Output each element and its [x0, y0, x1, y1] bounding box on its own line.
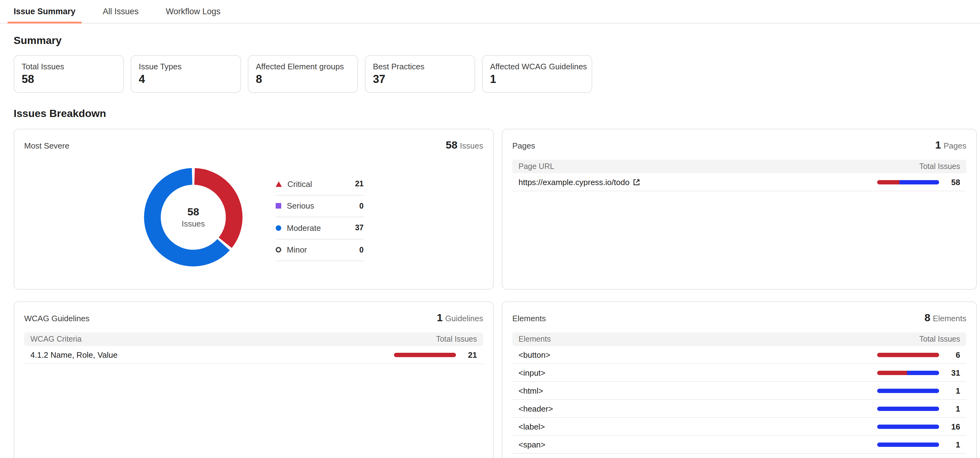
tab-bar: Issue Summary All Issues Workflow Logs — [0, 0, 980, 24]
pages-card: Pages 1Pages Page URL Total Issues https… — [502, 129, 977, 290]
element-row-button[interactable]: <button> 6 — [512, 346, 966, 364]
legend-value: 21 — [355, 180, 364, 189]
page-url[interactable]: https://example.cypress.io/todo — [519, 177, 629, 187]
elements-table-header: Elements Total Issues — [512, 332, 966, 346]
pages-title: Pages — [512, 141, 535, 151]
element-row-html[interactable]: <html> 1 — [512, 382, 966, 400]
page-row[interactable]: https://example.cypress.io/todo — [512, 173, 966, 191]
element-row-input[interactable]: <input> 31 — [512, 364, 966, 382]
elements-table: Elements Total Issues <button> 6 <input>… — [512, 332, 966, 454]
most-severe-count-unit: Issues — [460, 141, 483, 151]
legend-row-minor: Minor 0 — [276, 239, 364, 261]
summary-heading: Summary — [14, 24, 977, 47]
wcag-title: WCAG Guidelines — [24, 314, 89, 323]
severity-legend: Critical 21 Serious 0 Moderate 37 — [276, 173, 364, 261]
stat-value: 1 — [490, 73, 584, 86]
element-row-label[interactable]: <label> 16 — [512, 418, 966, 436]
column-header-total-issues: Total Issues — [436, 335, 477, 344]
wcag-guidelines-card: WCAG Guidelines 1Guidelines WCAG Criteri… — [14, 301, 494, 458]
legend-value: 0 — [359, 246, 364, 254]
issues-breakdown-heading: Issues Breakdown — [14, 93, 977, 120]
issues-ratio-bar — [877, 388, 939, 393]
element-tag: <button> — [519, 350, 550, 359]
stat-value: 37 — [373, 73, 467, 86]
stat-card-best-practices: Best Practices 37 — [365, 55, 475, 93]
donut-center-value: 58 — [188, 206, 199, 219]
legend-label: Serious — [287, 201, 314, 211]
issues-ratio-bar — [877, 406, 939, 410]
moderate-circle-icon — [276, 225, 281, 231]
row-total-issues: 1 — [945, 440, 960, 449]
external-link-icon[interactable] — [633, 179, 640, 185]
issues-ratio-bar — [877, 352, 939, 357]
stat-value: 4 — [139, 73, 233, 86]
wcag-table: WCAG Criteria Total Issues 4.1.2 Name, R… — [24, 332, 483, 364]
stat-label: Total Issues — [22, 62, 116, 71]
pages-count-value: 1 — [935, 139, 941, 151]
tab-all-issues[interactable]: All Issues — [97, 0, 145, 23]
stat-card-issue-types: Issue Types 4 — [131, 55, 241, 93]
elements-card: Elements 8Elements Elements Total Issues… — [502, 301, 977, 458]
legend-label: Critical — [288, 179, 312, 189]
wcag-row[interactable]: 4.1.2 Name, Role, Value 21 — [24, 346, 483, 364]
stat-label: Affected Element groups — [256, 62, 350, 71]
wcag-count-value: 1 — [437, 312, 442, 324]
legend-value: 0 — [359, 202, 364, 211]
issues-ratio-bar — [877, 424, 939, 429]
column-header-total-issues: Total Issues — [919, 335, 960, 344]
element-tag: <header> — [519, 404, 553, 413]
legend-label: Minor — [287, 246, 307, 255]
main-content: Summary Total Issues 58 Issue Types 4 Af… — [0, 24, 980, 458]
pages-count-unit: Pages — [943, 141, 966, 151]
wcag-count: 1Guidelines — [437, 312, 483, 324]
issues-ratio-bar — [877, 371, 939, 375]
row-total-issues: 16 — [945, 422, 960, 431]
row-total-issues: 31 — [945, 368, 960, 377]
stat-value: 58 — [22, 73, 116, 86]
row-total-issues: 21 — [462, 350, 477, 359]
column-header-wcag-criteria: WCAG Criteria — [30, 335, 81, 344]
pages-table: Page URL Total Issues https://example.cy… — [512, 160, 966, 191]
most-severe-title: Most Severe — [24, 141, 69, 151]
wcag-criteria: 4.1.2 Name, Role, Value — [30, 350, 118, 359]
column-header-total-issues: Total Issues — [919, 162, 960, 171]
legend-label: Moderate — [287, 223, 321, 233]
tab-workflow-logs[interactable]: Workflow Logs — [159, 0, 227, 23]
elements-count-unit: Elements — [933, 314, 966, 323]
column-header-page-url: Page URL — [519, 162, 554, 171]
element-row-header[interactable]: <header> 1 — [512, 400, 966, 418]
pages-count: 1Pages — [935, 139, 966, 152]
issues-ratio-bar — [394, 352, 456, 357]
tab-issue-summary[interactable]: Issue Summary — [8, 0, 82, 23]
donut-center-label: 58 Issues — [144, 168, 243, 267]
legend-row-critical: Critical 21 — [276, 173, 364, 195]
most-severe-count-value: 58 — [446, 139, 458, 151]
elements-count: 8Elements — [924, 312, 966, 324]
stat-label: Issue Types — [139, 62, 233, 71]
row-total-issues: 58 — [945, 177, 960, 187]
donut-center-unit: Issues — [181, 219, 205, 228]
elements-title: Elements — [512, 314, 546, 323]
pages-table-header: Page URL Total Issues — [512, 160, 966, 173]
row-total-issues: 6 — [945, 350, 960, 359]
element-tag: <span> — [519, 440, 546, 449]
issues-ratio-bar — [877, 180, 939, 184]
element-tag: <input> — [519, 368, 546, 377]
stat-value: 8 — [256, 73, 350, 86]
wcag-count-unit: Guidelines — [445, 314, 483, 323]
most-severe-count: 58Issues — [446, 139, 483, 152]
legend-value: 37 — [355, 224, 364, 232]
element-row-span[interactable]: <span> 1 — [512, 436, 966, 454]
stat-card-affected-wcag-guidelines: Affected WCAG Guidelines 1 — [482, 55, 592, 93]
summary-stat-row: Total Issues 58 Issue Types 4 Affected E… — [14, 55, 977, 93]
wcag-table-header: WCAG Criteria Total Issues — [24, 332, 483, 346]
serious-square-icon — [276, 203, 281, 209]
legend-row-moderate: Moderate 37 — [276, 217, 364, 239]
legend-row-serious: Serious 0 — [276, 195, 364, 217]
elements-count-value: 8 — [924, 312, 931, 324]
most-severe-card: Most Severe 58Issues 58 Issues — [14, 129, 494, 290]
row-total-issues: 1 — [945, 404, 960, 413]
severity-donut-chart: 58 Issues — [144, 168, 243, 267]
stat-label: Affected WCAG Guidelines — [490, 62, 584, 71]
issues-ratio-bar — [877, 442, 939, 447]
